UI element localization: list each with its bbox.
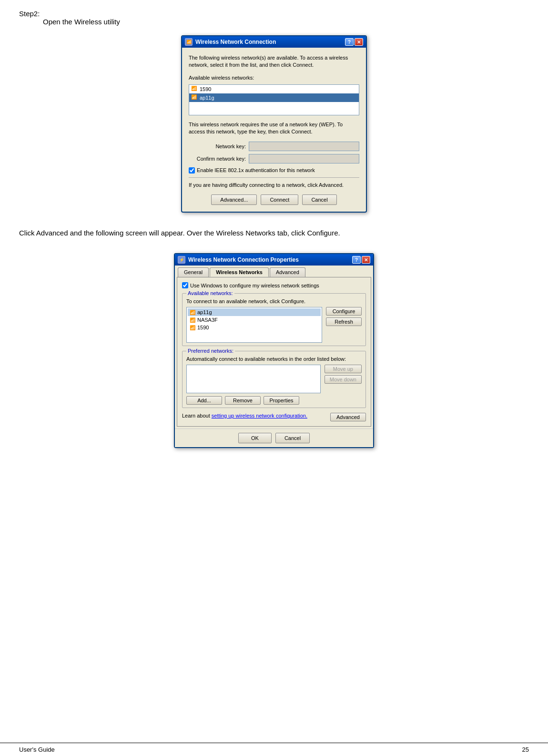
dialog2-titlebar-buttons: ? ✕ bbox=[352, 256, 370, 264]
net-name-1590: 1590 bbox=[197, 325, 209, 330]
wireless-connection-dialog: 📶 Wireless Network Connection ? ✕ The fo… bbox=[181, 35, 367, 213]
net-item-ap11g[interactable]: 📶 ap11g bbox=[188, 308, 321, 316]
dialog2-title: Wireless Network Connection Properties bbox=[188, 256, 299, 263]
configure-button[interactable]: Configure bbox=[326, 307, 362, 316]
available-networks-group: Available networks: To connect to an ava… bbox=[182, 293, 366, 346]
preferred-action-buttons: Add... Remove Properties bbox=[186, 396, 362, 405]
available-networks-content: To connect to an available network, clic… bbox=[186, 298, 362, 343]
preferred-list[interactable] bbox=[186, 365, 321, 393]
preferred-row: Move up Move down bbox=[186, 365, 362, 393]
ieee-checkbox-label: Enable IEEE 802.1x authentication for th… bbox=[197, 167, 315, 173]
titlebar-buttons: ? ✕ bbox=[345, 38, 363, 46]
dialog1-icon: 📶 bbox=[185, 38, 193, 46]
instruction-text: Click Advanced and the following screen … bbox=[19, 227, 529, 239]
dialog1-title: Wireless Network Connection bbox=[195, 39, 276, 45]
available-networks-desc: To connect to an available network, clic… bbox=[186, 298, 362, 304]
difficulty-text: If you are having difficulty connecting … bbox=[189, 182, 359, 189]
net-name-ap11g: ap11g bbox=[197, 309, 212, 315]
learn-link[interactable]: setting up wireless network configuratio… bbox=[212, 413, 307, 419]
dialog1-titlebar: 📶 Wireless Network Connection ? ✕ bbox=[182, 36, 366, 48]
properties-button[interactable]: Properties bbox=[264, 396, 299, 405]
step-text: Step2: bbox=[19, 10, 40, 18]
available-networks-title: Available networks: bbox=[186, 290, 234, 296]
dialog2-icon: ⚡ bbox=[178, 256, 185, 264]
net-item-nasa3f[interactable]: 📶 NASA3F bbox=[188, 316, 321, 324]
net-icon-ap11g: 📶 bbox=[190, 310, 195, 315]
dialog1-body-text: The following wireless network(s) are av… bbox=[189, 54, 359, 69]
dialog1-button-row: Advanced... Connect Cancel bbox=[189, 194, 359, 205]
remove-button[interactable]: Remove bbox=[225, 396, 261, 405]
move-up-button[interactable]: Move up bbox=[325, 365, 362, 373]
learn-text: Learn about setting up wireless network … bbox=[182, 413, 307, 419]
page-content: Step2: Open the Wireless utility 📶 Wirel… bbox=[0, 0, 548, 481]
preferred-networks-title: Preferred networks: bbox=[186, 348, 235, 354]
available-label: Available wireless networks: bbox=[189, 75, 359, 81]
instruction-content: Click Advanced and the following screen … bbox=[19, 229, 340, 237]
footer-label: User's Guide bbox=[19, 746, 55, 753]
net-item-1590[interactable]: 📶 1590 bbox=[188, 324, 321, 331]
dialog1-body: The following wireless network(s) are av… bbox=[182, 48, 366, 212]
use-windows-row: Use Windows to configure my wireless net… bbox=[182, 282, 366, 288]
network-key-row: Network key: bbox=[189, 142, 359, 151]
cancel-button-1[interactable]: Cancel bbox=[302, 194, 336, 205]
dialog2-close-button[interactable]: ✕ bbox=[362, 256, 370, 264]
network-name-ap11g: ap11g bbox=[200, 95, 214, 101]
pref-button-col: Move up Move down bbox=[325, 365, 362, 393]
advanced-button[interactable]: Advanced... bbox=[211, 194, 257, 205]
ieee-checkbox[interactable] bbox=[189, 167, 195, 174]
net-icon-1590: 📶 bbox=[190, 325, 195, 330]
dialog1-container: 📶 Wireless Network Connection ? ✕ The fo… bbox=[19, 35, 529, 213]
use-windows-label: Use Windows to configure my wireless net… bbox=[190, 283, 319, 288]
confirm-key-label: Confirm network key: bbox=[189, 156, 246, 162]
footer-page: 25 bbox=[522, 746, 529, 753]
dialog2-titlebar: ⚡ Wireless Network Connection Properties… bbox=[175, 254, 373, 266]
net-icon-nasa3f: 📶 bbox=[190, 317, 195, 323]
dialog2-advanced-button[interactable]: Advanced bbox=[330, 413, 366, 421]
divider1 bbox=[189, 177, 359, 178]
tab-general[interactable]: General bbox=[178, 267, 209, 277]
connect-button[interactable]: Connect bbox=[261, 194, 298, 205]
refresh-button[interactable]: Refresh bbox=[326, 317, 362, 326]
confirm-key-input[interactable] bbox=[249, 154, 359, 163]
network-name-1590: 1590 bbox=[200, 86, 211, 92]
dialog2-tabs: General Wireless Networks Advanced bbox=[175, 266, 373, 277]
ok-cancel-row: OK Cancel bbox=[175, 429, 373, 447]
net-name-nasa3f: NASA3F bbox=[197, 317, 218, 323]
available-net-buttons: Configure Refresh bbox=[326, 307, 362, 343]
cancel-button-2[interactable]: Cancel bbox=[275, 433, 310, 443]
network-list[interactable]: 📶 1590 📶 ap11g bbox=[189, 84, 359, 115]
ieee-checkbox-row: Enable IEEE 802.1x authentication for th… bbox=[189, 167, 359, 174]
titlebar-left: 📶 Wireless Network Connection bbox=[185, 38, 276, 46]
move-down-button[interactable]: Move down bbox=[325, 375, 362, 384]
network-key-input[interactable] bbox=[249, 142, 359, 151]
preferred-desc: Automatically connect to available netwo… bbox=[186, 356, 362, 362]
dialog1-help-button[interactable]: ? bbox=[345, 38, 354, 46]
add-button[interactable]: Add... bbox=[186, 396, 222, 405]
wireless-properties-dialog: ⚡ Wireless Network Connection Properties… bbox=[174, 253, 374, 448]
wep-text: This wireless network requires the use o… bbox=[189, 121, 359, 136]
network-key-label: Network key: bbox=[189, 143, 246, 149]
dialog1-close-button[interactable]: ✕ bbox=[355, 38, 363, 46]
network-icon-ap11g: 📶 bbox=[191, 94, 198, 101]
use-windows-checkbox[interactable] bbox=[182, 282, 188, 288]
learn-row: Learn about setting up wireless network … bbox=[182, 413, 366, 421]
ok-button[interactable]: OK bbox=[238, 433, 272, 443]
step-desc: Open the Wireless utility bbox=[43, 18, 120, 26]
networks-listbox: 📶 ap11g 📶 NASA3F 📶 1590 bbox=[186, 307, 362, 343]
network-item-1590[interactable]: 📶 1590 bbox=[189, 85, 359, 93]
step-label: Step2: Open the Wireless utility bbox=[19, 10, 529, 26]
dialog2-container: ⚡ Wireless Network Connection Properties… bbox=[19, 253, 529, 448]
network-icon-1590: 📶 bbox=[191, 86, 198, 92]
dialog2-help-button[interactable]: ? bbox=[352, 256, 361, 264]
footer: User's Guide 25 bbox=[0, 743, 548, 756]
network-item-ap11g[interactable]: 📶 ap11g bbox=[189, 93, 359, 102]
preferred-networks-content: Automatically connect to available netwo… bbox=[186, 356, 362, 405]
confirm-key-row: Confirm network key: bbox=[189, 154, 359, 163]
preferred-networks-group: Preferred networks: Automatically connec… bbox=[182, 351, 366, 408]
tab-content: Use Windows to configure my wireless net… bbox=[177, 277, 371, 427]
networks-list[interactable]: 📶 ap11g 📶 NASA3F 📶 1590 bbox=[186, 307, 322, 343]
dialog2-titlebar-left: ⚡ Wireless Network Connection Properties bbox=[178, 256, 299, 264]
tab-wireless-networks[interactable]: Wireless Networks bbox=[210, 267, 269, 277]
tab-advanced[interactable]: Advanced bbox=[270, 267, 305, 277]
